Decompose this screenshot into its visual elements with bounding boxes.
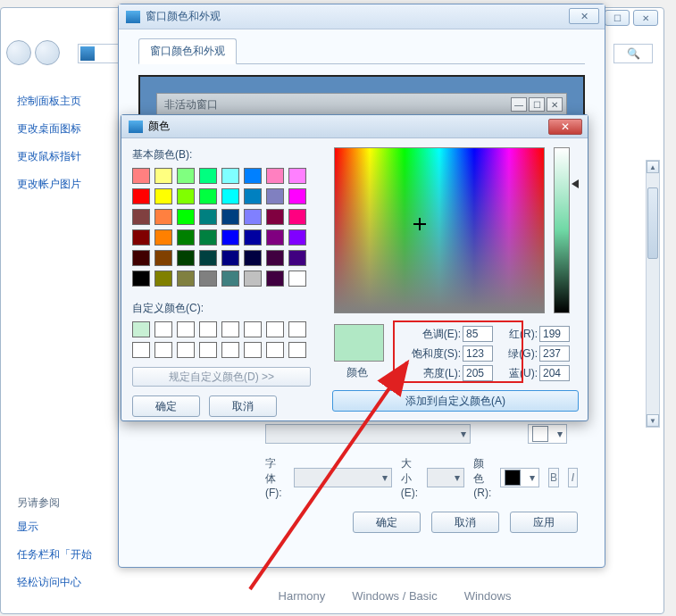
custom-color-swatch[interactable] bbox=[177, 342, 195, 358]
basic-color-swatch[interactable] bbox=[288, 168, 306, 184]
basic-color-swatch[interactable] bbox=[154, 271, 172, 287]
luminance-slider[interactable] bbox=[554, 147, 570, 313]
green-input[interactable]: 237 bbox=[539, 345, 570, 362]
custom-color-swatch[interactable] bbox=[199, 342, 217, 358]
basic-color-swatch[interactable] bbox=[288, 271, 306, 287]
custom-color-swatch[interactable] bbox=[221, 321, 239, 337]
basic-color-swatch[interactable] bbox=[266, 229, 284, 246]
basic-color-swatch[interactable] bbox=[244, 209, 262, 225]
basic-color-swatch[interactable] bbox=[221, 229, 239, 246]
add-to-custom-button[interactable]: 添加到自定义颜色(A) bbox=[332, 390, 579, 412]
custom-color-swatch[interactable] bbox=[132, 321, 150, 337]
back-button[interactable] bbox=[6, 40, 31, 65]
basic-color-swatch[interactable] bbox=[288, 209, 306, 225]
color-ok-button[interactable]: 确定 bbox=[132, 395, 200, 417]
italic-button[interactable]: I bbox=[568, 468, 578, 487]
custom-color-swatch[interactable] bbox=[132, 342, 150, 358]
custom-color-swatch[interactable] bbox=[244, 321, 262, 337]
basic-color-swatch[interactable] bbox=[154, 188, 172, 204]
basic-color-swatch[interactable] bbox=[244, 271, 262, 287]
scroll-up-button[interactable]: ▲ bbox=[647, 161, 659, 173]
sat-input[interactable]: 123 bbox=[463, 345, 493, 362]
sidebar-link[interactable]: 更改桌面图标 bbox=[17, 121, 115, 137]
basic-color-swatch[interactable] bbox=[132, 229, 150, 246]
cancel-button[interactable]: 取消 bbox=[431, 512, 499, 533]
basic-color-swatch[interactable] bbox=[244, 168, 262, 184]
basic-color-swatch[interactable] bbox=[221, 209, 239, 225]
sidebar-link[interactable]: 轻松访问中心 bbox=[17, 575, 115, 590]
basic-color-swatch[interactable] bbox=[199, 188, 217, 204]
sidebar-link[interactable]: 显示 bbox=[17, 520, 115, 535]
basic-color-swatch[interactable] bbox=[221, 168, 239, 184]
font-combo[interactable] bbox=[294, 468, 392, 487]
red-input[interactable]: 199 bbox=[539, 326, 570, 342]
basic-color-swatch[interactable] bbox=[177, 188, 195, 204]
basic-color-swatch[interactable] bbox=[154, 209, 172, 225]
size-combo[interactable] bbox=[427, 468, 464, 487]
close-button[interactable]: ✕ bbox=[633, 10, 658, 26]
bold-button[interactable]: B bbox=[548, 468, 558, 487]
custom-color-swatch[interactable] bbox=[221, 342, 239, 358]
custom-color-swatch[interactable] bbox=[177, 321, 195, 337]
sidebar-link[interactable]: 更改鼠标指针 bbox=[17, 149, 115, 164]
define-custom-button[interactable]: 规定自定义颜色(D) >> bbox=[132, 367, 311, 387]
appearance-titlebar[interactable]: 窗口颜色和外观 ✕ bbox=[119, 4, 605, 29]
lum-input[interactable]: 205 bbox=[463, 365, 493, 381]
basic-color-swatch[interactable] bbox=[132, 168, 150, 184]
basic-color-swatch[interactable] bbox=[199, 250, 217, 266]
tab-appearance[interactable]: 窗口颜色和外观 bbox=[138, 38, 237, 64]
basic-color-swatch[interactable] bbox=[199, 209, 217, 225]
basic-color-swatch[interactable] bbox=[266, 250, 284, 266]
basic-color-swatch[interactable] bbox=[288, 188, 306, 204]
custom-color-swatch[interactable] bbox=[199, 321, 217, 337]
basic-color-swatch[interactable] bbox=[132, 250, 150, 266]
basic-color-swatch[interactable] bbox=[266, 168, 284, 184]
basic-color-swatch[interactable] bbox=[177, 271, 195, 287]
basic-color-swatch[interactable] bbox=[244, 229, 262, 246]
custom-color-swatch[interactable] bbox=[266, 321, 284, 337]
basic-color-swatch[interactable] bbox=[154, 168, 172, 184]
basic-color-swatch[interactable] bbox=[288, 229, 306, 246]
scroll-down-button[interactable]: ▼ bbox=[647, 414, 659, 427]
blue-input[interactable]: 204 bbox=[539, 365, 570, 381]
color1-combo[interactable] bbox=[528, 424, 567, 444]
hue-sat-picker[interactable] bbox=[334, 147, 545, 313]
basic-color-swatch[interactable] bbox=[154, 250, 172, 266]
sidebar-link[interactable]: 更改帐户图片 bbox=[17, 177, 115, 192]
scroll-thumb[interactable] bbox=[647, 187, 658, 259]
basic-color-swatch[interactable] bbox=[199, 229, 217, 246]
custom-color-swatch[interactable] bbox=[244, 342, 262, 358]
custom-color-swatch[interactable] bbox=[266, 342, 284, 358]
basic-color-swatch[interactable] bbox=[244, 250, 262, 266]
basic-color-swatch[interactable] bbox=[221, 250, 239, 266]
basic-color-swatch[interactable] bbox=[132, 209, 150, 225]
custom-color-swatch[interactable] bbox=[154, 342, 172, 358]
color-cancel-button[interactable]: 取消 bbox=[209, 395, 277, 417]
maximize-button[interactable]: ☐ bbox=[605, 10, 630, 26]
basic-color-swatch[interactable] bbox=[221, 188, 239, 204]
basic-color-swatch[interactable] bbox=[199, 271, 217, 287]
basic-color-swatch[interactable] bbox=[154, 229, 172, 246]
basic-color-swatch[interactable] bbox=[244, 188, 262, 204]
basic-color-swatch[interactable] bbox=[266, 188, 284, 204]
color-dialog-titlebar[interactable]: 颜色 ✕ bbox=[121, 115, 588, 138]
basic-color-swatch[interactable] bbox=[266, 209, 284, 225]
basic-color-swatch[interactable] bbox=[221, 271, 239, 287]
ok-button[interactable]: 确定 bbox=[353, 512, 421, 533]
basic-color-swatch[interactable] bbox=[177, 229, 195, 246]
item-combo[interactable] bbox=[265, 424, 471, 444]
custom-color-swatch[interactable] bbox=[288, 321, 306, 337]
apply-button[interactable]: 应用 bbox=[510, 512, 578, 533]
basic-color-swatch[interactable] bbox=[199, 168, 217, 184]
font-color-combo[interactable] bbox=[500, 468, 539, 487]
basic-color-swatch[interactable] bbox=[132, 271, 150, 287]
basic-color-swatch[interactable] bbox=[177, 168, 195, 184]
basic-color-swatch[interactable] bbox=[288, 250, 306, 266]
forward-button[interactable] bbox=[35, 40, 60, 65]
basic-color-swatch[interactable] bbox=[177, 209, 195, 225]
sidebar-link[interactable]: 任务栏和「开始 bbox=[17, 547, 115, 562]
hue-input[interactable]: 85 bbox=[463, 326, 493, 342]
sidebar-home[interactable]: 控制面板主页 bbox=[17, 94, 115, 109]
basic-color-swatch[interactable] bbox=[177, 250, 195, 266]
search-box[interactable]: 🔍 bbox=[613, 44, 653, 63]
